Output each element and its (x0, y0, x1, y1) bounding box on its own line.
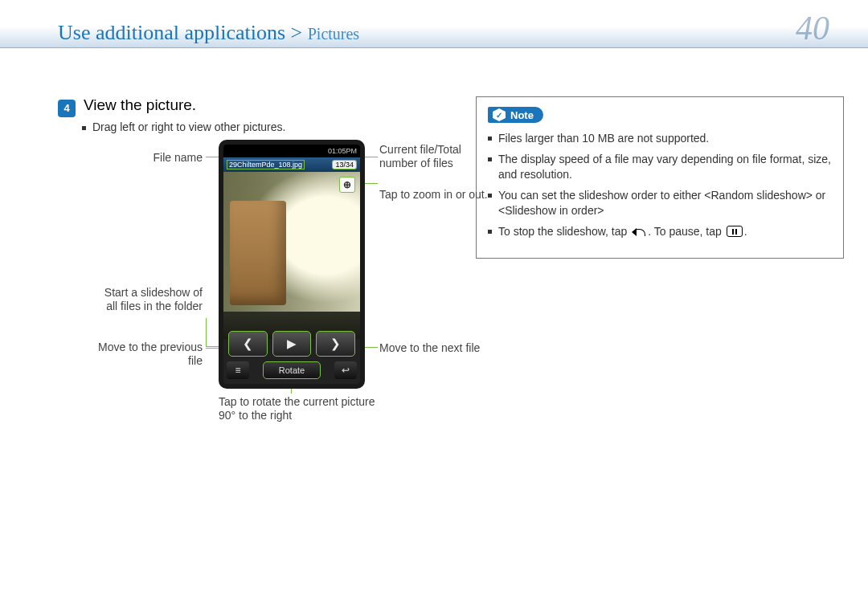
device-photo[interactable] (223, 172, 360, 339)
note-item-4c: . (744, 225, 747, 238)
note-item: You can set the slideshow order to eithe… (498, 188, 832, 219)
breadcrumb-main: Use additional applications (58, 21, 285, 44)
menu-button[interactable]: ≡ (227, 361, 249, 379)
label-file-name: File name (106, 151, 203, 165)
note-item-4b: . To pause, tap (648, 225, 724, 238)
step-bullet-text: Drag left or right to view other picture… (92, 120, 285, 133)
breadcrumb-sep: > (285, 21, 308, 44)
label-current-total: Current file/Total number of files (379, 143, 492, 171)
note-badge: ✓ Note (488, 107, 543, 123)
prev-button[interactable]: ❮ (228, 331, 268, 357)
next-button[interactable]: ❯ (316, 331, 355, 357)
label-slideshow: Start a slideshow of all files in the fo… (90, 286, 203, 314)
note-item: Files larger than 10 MB are not supporte… (498, 131, 709, 147)
breadcrumb-sub: Pictures (308, 25, 359, 43)
device-diagram: File name Start a slideshow of all files… (58, 143, 444, 432)
back-button[interactable]: ↩ (334, 361, 357, 379)
device-filename: 29ChiltemPde_108.jpg (227, 160, 305, 169)
zoom-button[interactable]: ⊕ (339, 177, 355, 193)
play-slideshow-button[interactable]: ▶ (272, 331, 312, 357)
step-number-badge: 4 (58, 100, 76, 117)
left-column: 4 View the picture. Drag left or right t… (58, 96, 444, 432)
device-file-counter: 13/34 (332, 160, 357, 169)
rotate-button[interactable]: Rotate (263, 361, 321, 379)
bullet-dot (488, 230, 492, 234)
page-number: 40 (796, 11, 836, 45)
right-column: ✓ Note Files larger than 10 MB are not s… (476, 96, 844, 432)
back-arrow-icon (632, 226, 646, 238)
device-title-bar: 29ChiltemPde_108.jpg 13/34 (223, 157, 360, 172)
note-box: ✓ Note Files larger than 10 MB are not s… (476, 96, 844, 259)
bullet-dot (488, 137, 492, 141)
device-status-bar: 01:05PM (223, 145, 360, 157)
page-header: Use additional applications > Pictures 4… (0, 0, 868, 48)
label-next: Move to the next file (379, 341, 492, 356)
note-cube-icon: ✓ (493, 108, 506, 121)
bullet-dot (82, 126, 86, 130)
note-item-4a: To stop the slideshow, tap (498, 225, 630, 238)
step-title: View the picture. (84, 96, 196, 114)
label-zoom: Tap to zoom in or out. (379, 188, 492, 202)
device-clock: 01:05PM (328, 147, 357, 155)
device-mockup: 01:05PM 29ChiltemPde_108.jpg 13/34 ⊕ ❮ ▶… (219, 140, 365, 389)
label-prev: Move to the previous file (90, 341, 203, 369)
pause-icon (727, 226, 743, 237)
note-badge-label: Note (510, 109, 534, 121)
label-rotate: Tap to rotate the current picture 90° to… (219, 395, 379, 423)
leader-line (206, 318, 207, 346)
note-item: The display speed of a file may vary dep… (498, 152, 832, 183)
breadcrumb: Use additional applications > Pictures (58, 21, 359, 45)
note-item-4: To stop the slideshow, tap . To pause, t… (498, 224, 747, 240)
